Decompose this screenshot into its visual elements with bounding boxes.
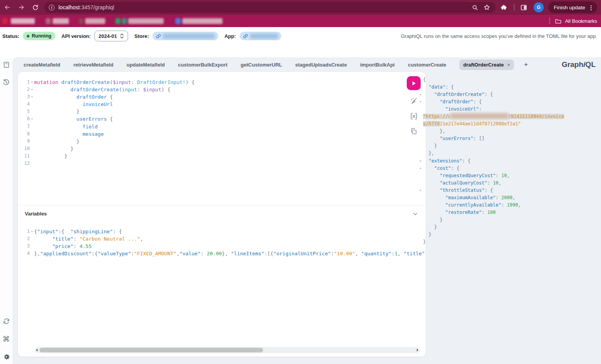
fold-triangle-icon[interactable]: ▾ (418, 76, 423, 84)
extensions-puzzle-icon[interactable] (499, 2, 509, 12)
info-icon[interactable]: i (49, 5, 55, 10)
bookmark-item-blurred[interactable] (46, 18, 51, 24)
fold-triangle-icon[interactable]: ▾ (30, 115, 34, 123)
bookmark-item-blurred[interactable] (79, 18, 83, 24)
close-icon[interactable]: × (507, 62, 510, 67)
prettify-icon[interactable] (409, 97, 418, 105)
copy-icon[interactable] (409, 127, 418, 135)
editor-panel: 1▾mutation draftOrderCreate($input: Draf… (18, 72, 426, 357)
scroll-left-arrow-icon[interactable] (36, 349, 38, 352)
fold-triangle-icon[interactable]: ▾ (30, 93, 34, 101)
settings-gear-icon[interactable] (2, 352, 10, 361)
variables-header: Variables (18, 205, 426, 217)
all-bookmarks[interactable]: All Bookmarks (550, 17, 597, 24)
scroll-right-arrow-icon[interactable] (417, 349, 418, 352)
chevron-down-icon[interactable] (413, 211, 418, 217)
line-number: 8 (18, 130, 30, 138)
line-number: 1 (18, 228, 30, 235)
store-link[interactable] (152, 32, 218, 40)
tab-getCustomerURL[interactable]: getCustomerURL (241, 62, 282, 68)
star-icon[interactable] (483, 3, 491, 11)
line-number: 4 (18, 250, 30, 257)
refetch-icon[interactable] (2, 317, 10, 325)
bookmark-item-blurred[interactable] (122, 18, 127, 24)
finish-update-button[interactable]: Finish update ⋮ (548, 2, 597, 13)
tab-retrieveMetafield[interactable]: retrieveMetafield (74, 62, 113, 68)
line-number: 4 (18, 101, 30, 108)
history-icon[interactable] (2, 78, 10, 87)
bookmark-item-blurred[interactable] (53, 18, 69, 24)
line-number: 2 (18, 86, 30, 93)
tab-customerCreate[interactable]: customerCreate (408, 62, 446, 68)
line-number: 11 (18, 152, 30, 160)
tab-draftOrderCreate[interactable]: draftOrderCreate × (459, 60, 514, 70)
code-line: 2 "title": "Carbon Neutral ...", (18, 235, 426, 243)
api-version-value: 2024-01 (99, 33, 117, 39)
bookmark-item-blurred[interactable] (182, 18, 223, 24)
bookmarks-separator (550, 17, 550, 24)
fold-triangle-icon[interactable]: ▾ (30, 79, 34, 86)
query-code[interactable]: 1▾mutation draftOrderCreate($input: Draf… (18, 72, 426, 167)
bookmark-blobs (2, 17, 223, 24)
shortcuts-icon[interactable]: ⌘ (2, 335, 10, 343)
tab-customerBulkExport[interactable]: customerBulkExport (178, 62, 228, 68)
fold-triangle-icon[interactable]: ▾ (30, 86, 34, 93)
kebab-menu-icon[interactable]: ⋮ (588, 5, 594, 10)
address-bar[interactable]: i localhost:3457/graphiql (44, 2, 495, 13)
fold-triangle-icon[interactable]: ▾ (418, 84, 423, 91)
fold-triangle-icon (418, 150, 423, 157)
bookmark-item-blurred[interactable] (128, 18, 164, 24)
reload-icon[interactable] (30, 2, 40, 12)
code-line: 6▾ userErrors { (18, 115, 426, 123)
bookmark-item-blurred[interactable] (175, 18, 181, 24)
search-icon[interactable] (471, 3, 479, 11)
bookmark-item-blurred[interactable] (85, 18, 105, 24)
scrollbar-thumb[interactable] (39, 348, 263, 352)
line-number: 3 (18, 93, 30, 101)
fold-triangle-icon (418, 113, 423, 120)
code-line: 9 } (18, 138, 426, 145)
code-line: ▾ "draftOrderCreate": { (418, 91, 599, 98)
tab-createMetafield[interactable]: createMetafield (24, 62, 60, 68)
app-link[interactable] (240, 32, 281, 40)
fold-triangle-icon (418, 209, 423, 216)
browser-toolbar: i localhost:3457/graphiql G Finish updat… (0, 0, 601, 15)
graphiql-logo: GraphiQL (562, 60, 596, 69)
add-tab-button[interactable]: + (524, 61, 528, 68)
horizontal-scrollbar[interactable] (35, 347, 420, 353)
url-text[interactable]: localhost:3457/graphiql (58, 4, 467, 10)
code-line: } (418, 238, 599, 246)
response-panel: ▾{▾ "data": {▾ "draftOrderCreate": {▾ "d… (418, 76, 599, 246)
bookmark-item-blurred[interactable] (11, 18, 35, 24)
app-url-blurred (250, 34, 278, 39)
tab-updateMetafield[interactable]: updateMetafield (127, 62, 165, 68)
fold-triangle-icon[interactable]: ▾ (418, 187, 423, 194)
fold-triangle-icon[interactable]: ▾ (418, 157, 423, 165)
store-label: Store: (134, 33, 149, 39)
bookmark-item-blurred[interactable] (115, 18, 121, 24)
code-line: s/577d21e217e44ae11d4f8712088ef2a1" (418, 120, 599, 128)
variables-code[interactable]: 1▾{"input":{ "shippingLine": {2 "title":… (18, 217, 426, 257)
profile-avatar[interactable]: G (534, 2, 544, 12)
docs-icon[interactable] (2, 60, 10, 69)
fold-triangle-icon (30, 108, 34, 115)
line-number: 12 (18, 160, 30, 167)
variables-title: Variables (25, 211, 47, 217)
fold-triangle-icon (418, 202, 423, 209)
fold-triangle-icon[interactable]: ▾ (418, 165, 423, 172)
side-panel-icon[interactable] (519, 2, 529, 12)
code-line: ▾ "extensions": { (418, 157, 599, 165)
finish-update-label: Finish update (554, 5, 585, 10)
tab-stagedUploadsCreate[interactable]: stagedUploadsCreate (295, 62, 347, 68)
forward-icon[interactable] (16, 2, 26, 12)
fold-triangle-icon[interactable]: ▾ (30, 228, 34, 235)
tab-importBulkApi[interactable]: importBulkApi (360, 62, 395, 68)
bookmark-item-blurred[interactable] (2, 18, 8, 24)
fold-triangle-icon[interactable]: ▾ (418, 91, 423, 98)
back-icon[interactable] (2, 2, 12, 12)
api-version-select[interactable]: 2024-01 (94, 31, 128, 41)
fold-triangle-icon[interactable]: ▾ (418, 98, 423, 106)
fold-triangle-icon (418, 106, 423, 113)
merge-icon[interactable] (409, 112, 418, 120)
fold-triangle-icon (418, 231, 423, 238)
